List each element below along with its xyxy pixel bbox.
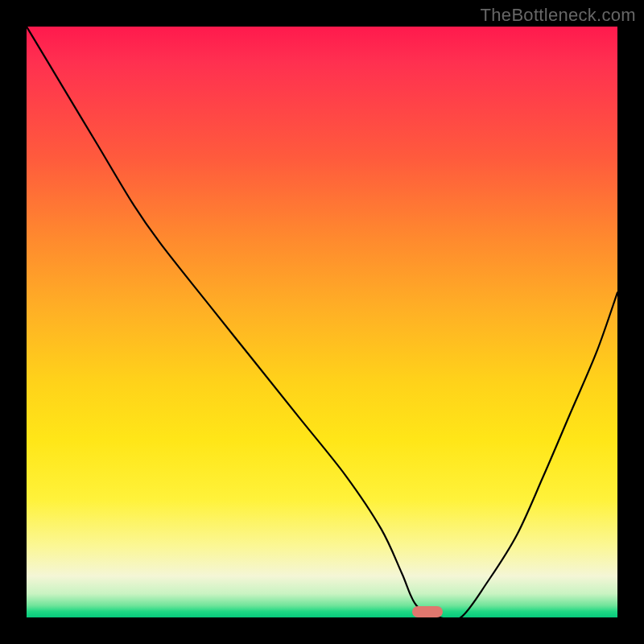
plot-area — [27, 27, 617, 617]
watermark-text: TheBottleneck.com — [481, 5, 636, 26]
chart-frame: TheBottleneck.com — [0, 0, 644, 644]
bottleneck-curve — [27, 27, 617, 617]
optimal-marker — [412, 606, 443, 617]
